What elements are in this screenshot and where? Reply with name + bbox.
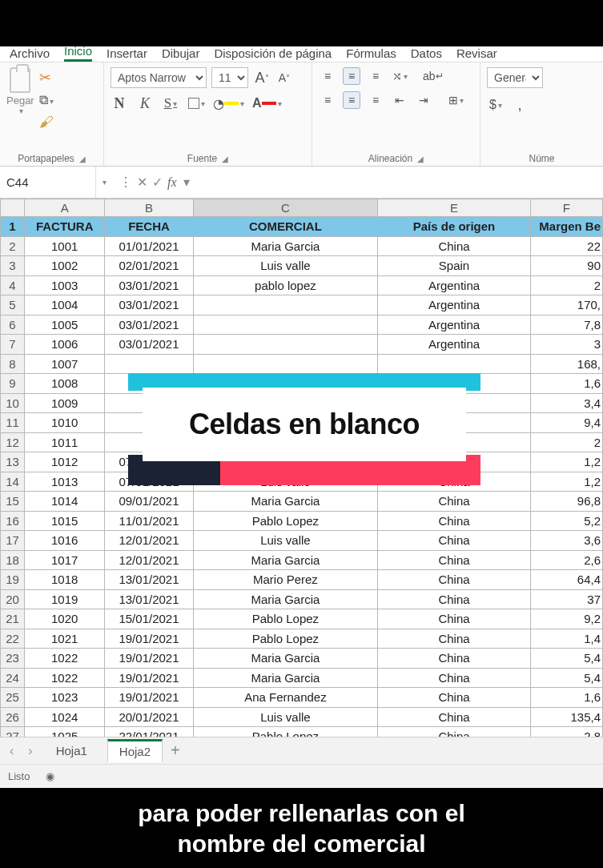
cell[interactable]: China bbox=[378, 550, 531, 570]
row-header[interactable]: 9 bbox=[1, 374, 25, 394]
cell[interactable]: 19/01/2021 bbox=[105, 668, 193, 688]
cell[interactable]: China bbox=[378, 707, 531, 727]
cell[interactable]: 03/01/2021 bbox=[105, 335, 193, 355]
col-header-B[interactable]: B bbox=[105, 199, 193, 217]
tab-formulas[interactable]: Fórmulas bbox=[346, 46, 396, 62]
cell[interactable]: 12/01/2021 bbox=[105, 550, 193, 570]
cell[interactable]: 2 bbox=[530, 432, 602, 452]
cell[interactable]: China bbox=[378, 589, 531, 609]
cell[interactable]: China bbox=[378, 236, 531, 256]
cell[interactable]: 02/01/2021 bbox=[105, 256, 193, 276]
cell[interactable]: China bbox=[378, 511, 531, 531]
cell[interactable]: 13/01/2021 bbox=[105, 589, 193, 609]
cell[interactable]: FACTURA bbox=[25, 217, 105, 237]
cell[interactable]: 96,8 bbox=[530, 492, 602, 512]
tab-archivo[interactable]: Archivo bbox=[10, 46, 50, 62]
record-macro-icon[interactable]: ◉ bbox=[46, 770, 54, 782]
cell[interactable] bbox=[193, 354, 378, 374]
row-header[interactable]: 16 bbox=[1, 511, 25, 531]
borders-button[interactable]: ▾ bbox=[187, 94, 205, 112]
row-header[interactable]: 19 bbox=[1, 570, 25, 590]
bold-button[interactable]: N bbox=[111, 94, 128, 112]
cell[interactable]: 15/01/2021 bbox=[105, 609, 193, 629]
row-header[interactable]: 21 bbox=[1, 609, 25, 629]
cell[interactable]: 1021 bbox=[25, 629, 105, 649]
grow-font-button[interactable]: A˄ bbox=[253, 69, 271, 86]
cell[interactable] bbox=[193, 315, 378, 335]
cell[interactable]: 1,4 bbox=[530, 629, 602, 649]
tab-revisar[interactable]: Revisar bbox=[456, 46, 497, 62]
cell[interactable]: 90 bbox=[530, 256, 602, 276]
fill-color-button[interactable]: ◔▾ bbox=[213, 94, 244, 112]
cell[interactable]: 1017 bbox=[25, 550, 105, 570]
cell[interactable]: Argentina bbox=[378, 335, 531, 355]
cell[interactable]: 2 bbox=[530, 275, 602, 295]
cut-icon[interactable]: ✂ bbox=[39, 69, 54, 86]
sheet-nav-next[interactable]: › bbox=[25, 744, 35, 758]
tab-insertar[interactable]: Insertar bbox=[107, 46, 147, 62]
cell[interactable]: China bbox=[378, 492, 531, 512]
cell[interactable]: FECHA bbox=[105, 217, 193, 237]
table-row[interactable]: 19101813/01/2021Mario PerezChina64,4 bbox=[1, 570, 603, 590]
row-header[interactable]: 10 bbox=[1, 393, 25, 413]
cell[interactable]: 1012 bbox=[25, 452, 105, 472]
row-header[interactable]: 26 bbox=[1, 707, 25, 727]
merge-cells-button[interactable]: ⊞▾ bbox=[447, 91, 464, 109]
cell[interactable]: 1018 bbox=[25, 570, 105, 590]
cell[interactable]: 1006 bbox=[25, 335, 105, 355]
row-header[interactable]: 4 bbox=[1, 275, 25, 295]
row-header[interactable]: 15 bbox=[1, 492, 25, 512]
cell[interactable]: Luis valle bbox=[193, 707, 378, 727]
cell[interactable]: China bbox=[378, 649, 531, 669]
comma-style-button[interactable]: , bbox=[511, 96, 529, 114]
table-row[interactable]: 24102219/01/2021Maria GarciaChina5,4 bbox=[1, 668, 603, 688]
font-dialog-launcher-icon[interactable]: ◢ bbox=[222, 155, 228, 163]
cell[interactable]: Maria Garcia bbox=[193, 649, 378, 669]
table-row[interactable]: 6100503/01/2021Argentina7,8 bbox=[1, 315, 603, 335]
table-row[interactable]: 4100303/01/2021pablo lopezArgentina2 bbox=[1, 275, 603, 295]
font-color-button[interactable]: A▾ bbox=[252, 94, 282, 112]
cell[interactable]: 1022 bbox=[25, 668, 105, 688]
cell[interactable]: 13/01/2021 bbox=[105, 570, 193, 590]
row-header[interactable]: 13 bbox=[1, 452, 25, 472]
table-row[interactable]: 16101511/01/2021Pablo LopezChina5,2 bbox=[1, 511, 603, 531]
row-header[interactable]: 2 bbox=[1, 236, 25, 256]
cell[interactable]: Luis valle bbox=[193, 531, 378, 551]
cell[interactable]: 11/01/2021 bbox=[105, 511, 193, 531]
cell[interactable]: 1008 bbox=[25, 374, 105, 394]
tab-dibujar[interactable]: Dibujar bbox=[162, 46, 200, 62]
cell[interactable]: 5,2 bbox=[530, 511, 602, 531]
table-row[interactable]: 1FACTURAFECHACOMERCIALPaís de origenMarg… bbox=[1, 217, 603, 237]
col-header-C[interactable]: C bbox=[193, 199, 378, 217]
table-row[interactable]: 2100101/01/2021Maria GarciaChina22 bbox=[1, 236, 603, 256]
cell[interactable]: 1,2 bbox=[530, 472, 602, 492]
sheet-tab-hoja1[interactable]: Hoja1 bbox=[44, 740, 99, 762]
table-row[interactable]: 17101612/01/2021Luis valleChina3,6 bbox=[1, 531, 603, 551]
cell[interactable]: 5,4 bbox=[530, 649, 602, 669]
orientation-button[interactable]: ⤭▾ bbox=[391, 67, 408, 85]
font-name-select[interactable]: Aptos Narrow bbox=[111, 67, 207, 88]
accounting-format-button[interactable]: $▾ bbox=[487, 96, 505, 114]
tab-datos[interactable]: Datos bbox=[411, 46, 442, 62]
wrap-text-button[interactable]: ab↵ bbox=[423, 67, 444, 85]
underline-button[interactable]: S▾ bbox=[162, 94, 179, 112]
cell[interactable]: Maria Garcia bbox=[193, 589, 378, 609]
row-header[interactable]: 20 bbox=[1, 589, 25, 609]
tab-inicio[interactable]: Inicio bbox=[64, 46, 92, 62]
row-header[interactable]: 3 bbox=[1, 256, 25, 276]
cell[interactable]: 3,6 bbox=[530, 531, 602, 551]
cell[interactable]: 22 bbox=[530, 236, 602, 256]
cell[interactable]: 1019 bbox=[25, 589, 105, 609]
cell[interactable]: Luis valle bbox=[193, 256, 378, 276]
cell[interactable]: Ana Fernandez bbox=[193, 688, 378, 708]
cell[interactable]: 135,4 bbox=[530, 707, 602, 727]
row-header[interactable]: 7 bbox=[1, 335, 25, 355]
cell[interactable]: 1015 bbox=[25, 511, 105, 531]
cell[interactable]: 09/01/2021 bbox=[105, 492, 193, 512]
row-header[interactable]: 12 bbox=[1, 432, 25, 452]
row-header[interactable]: 6 bbox=[1, 315, 25, 335]
cell[interactable]: China bbox=[378, 668, 531, 688]
cell[interactable] bbox=[193, 295, 378, 315]
row-header[interactable]: 18 bbox=[1, 550, 25, 570]
cell[interactable]: 2,6 bbox=[530, 550, 602, 570]
